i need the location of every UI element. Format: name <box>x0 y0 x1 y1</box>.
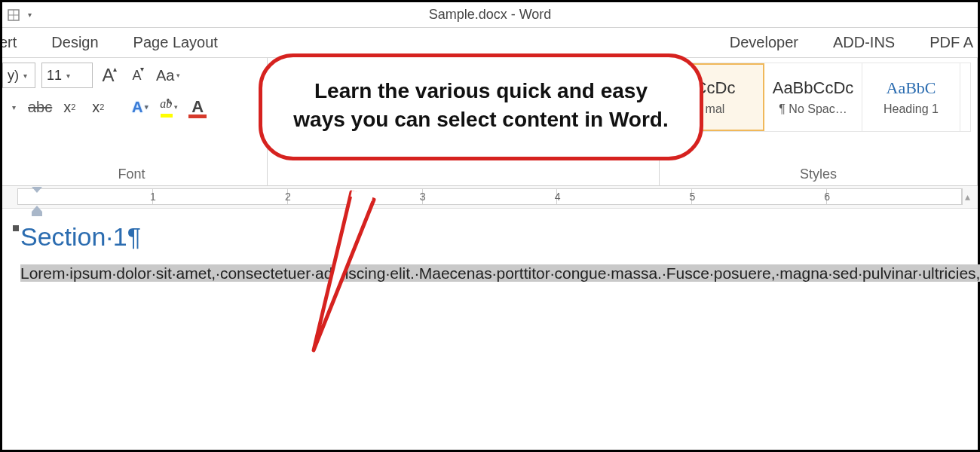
style-tile-heading-1[interactable]: AaBbC Heading 1 <box>862 63 960 131</box>
tab-pdf[interactable]: PDF A <box>925 29 978 57</box>
pilcrow-icon: ¶ <box>127 222 141 251</box>
style-name: Heading 1 <box>884 102 939 116</box>
text-effects-button[interactable]: A <box>129 96 152 118</box>
subscript-button[interactable]: x2 <box>58 96 81 118</box>
style-name: mal <box>706 102 725 116</box>
callout-bubble: Learn the various quick and easy ways yo… <box>259 53 703 160</box>
callout-tail-icon <box>310 192 400 358</box>
style-preview: AaBbC <box>887 78 936 98</box>
heading-1[interactable]: Section·1¶ <box>20 222 960 252</box>
style-preview: AaBbCcDc <box>773 78 854 98</box>
highlight-button[interactable]: ab ✎ <box>158 96 180 118</box>
qat-dropdown-icon[interactable]: ▾ <box>28 11 32 19</box>
font-group: y)▾ 11▾ A▴ A▾ Aa ▾ abc x2 x2 A <box>2 58 268 185</box>
title-bar: ▾ Sample.docx - Word <box>2 2 978 28</box>
tab-developer[interactable]: Developer <box>725 29 803 57</box>
instructional-callout: Learn the various quick and easy ways yo… <box>259 53 703 160</box>
tab-insert[interactable]: sert <box>2 29 21 57</box>
touch-mode-icon[interactable] <box>5 7 22 23</box>
style-tile-no-spacing[interactable]: AaBbCcDc ¶ No Spac… <box>764 63 862 131</box>
font-group-label: Font <box>2 163 261 184</box>
strikethrough-button[interactable]: abc <box>28 96 52 118</box>
shrink-font-button[interactable]: A▾ <box>127 64 150 87</box>
chevron-down-icon[interactable]: ▾ <box>2 96 25 118</box>
styles-group-label: Styles <box>666 163 971 184</box>
styles-gallery[interactable]: CcDc mal AaBbCcDc ¶ No Spac… AaBbC Headi… <box>666 63 971 132</box>
paragraph-marker-icon <box>13 225 19 231</box>
body-paragraph[interactable]: Lorem·ipsum·dolor·sit·amet,·consectetuer… <box>20 261 960 286</box>
font-size-value: 11 <box>47 68 62 84</box>
styles-group: CcDc mal AaBbCcDc ¶ No Spac… AaBbC Headi… <box>660 58 978 185</box>
ruler[interactable]: 1 2 3 4 5 6 ▴ <box>2 186 978 209</box>
ruler-scale: 1 2 3 4 5 6 <box>18 189 962 204</box>
font-row-2: ▾ abc x2 x2 A ab ✎ A <box>2 96 261 118</box>
font-row-1: y)▾ 11▾ A▴ A▾ Aa <box>2 63 261 88</box>
tab-design[interactable]: Design <box>47 29 103 57</box>
window-title: Sample.docx - Word <box>2 7 978 23</box>
font-family-value: y) <box>8 68 19 84</box>
font-size-combo[interactable]: 11▾ <box>41 63 93 88</box>
app-window: ▾ Sample.docx - Word sert Design Page La… <box>0 0 980 452</box>
document-area[interactable]: Section·1¶ Lorem·ipsum·dolor·sit·amet,·c… <box>2 209 978 286</box>
change-case-button[interactable]: Aa <box>156 64 180 87</box>
ruler-end-marker-icon: ▴ <box>965 191 970 203</box>
tab-page-layout[interactable]: Page Layout <box>129 29 222 57</box>
quick-access-toolbar: ▾ <box>2 7 32 23</box>
font-family-combo[interactable]: y)▾ <box>2 63 35 88</box>
style-name: ¶ No Spac… <box>779 102 847 116</box>
chevron-down-icon: ▾ <box>23 72 27 80</box>
superscript-button[interactable]: x2 <box>87 96 109 118</box>
chevron-down-icon: ▾ <box>66 72 70 80</box>
grow-font-button[interactable]: A▴ <box>99 64 121 87</box>
tab-add-ins[interactable]: ADD-INS <box>828 29 899 57</box>
font-color-button[interactable]: A <box>186 96 209 118</box>
selected-text[interactable]: Lorem·ipsum·dolor·sit·amet,·consectetuer… <box>20 264 980 282</box>
